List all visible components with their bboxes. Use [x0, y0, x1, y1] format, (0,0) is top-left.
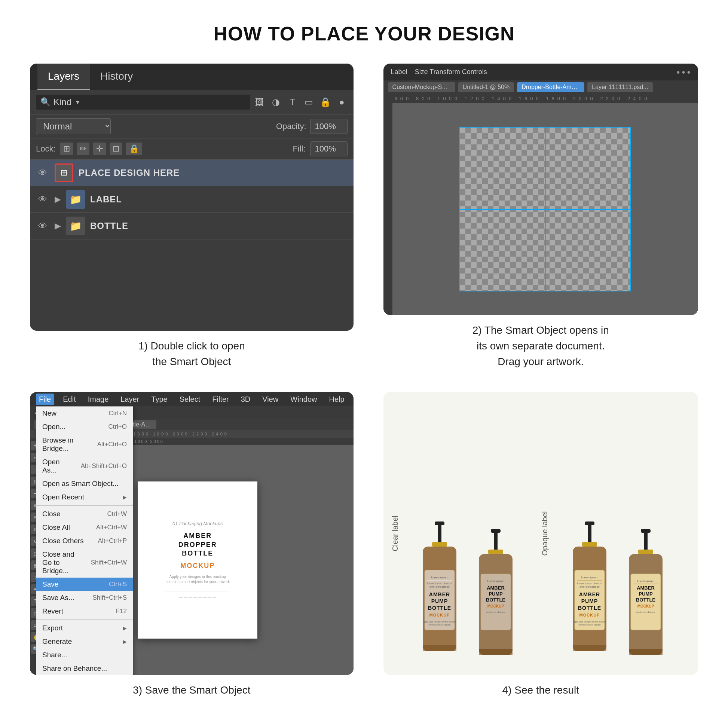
layer-name-bottle: BOTTLE [90, 221, 128, 231]
eye-icon-label[interactable]: 👁 [36, 193, 49, 206]
blend-mode-select[interactable]: Normal [36, 118, 111, 134]
menu-share-behance[interactable]: Share on Behance... [36, 662, 133, 675]
bottle-svg-clear-2: Lorem ipsum AMBER PUMP BOTTLE MOCKUP App… [471, 529, 520, 664]
ps-layers-panel: Layers History 🔍 Kind ▾ 🖼 ◑ T ▭ [30, 64, 353, 331]
menu-file[interactable]: File [36, 393, 54, 405]
brand-amber: AMBER [183, 532, 212, 540]
tab-history[interactable]: History [90, 64, 143, 90]
svg-rect-30 [582, 542, 597, 546]
menu-save-as[interactable]: Save As...Shift+Ctrl+S [36, 591, 133, 604]
svg-text:Lorem ipsum dolor sit: Lorem ipsum dolor sit [577, 582, 602, 585]
menu-close[interactable]: CloseCtrl+W [36, 507, 133, 521]
svg-text:Lorem ipsum: Lorem ipsum [487, 580, 505, 583]
menu-open-recent[interactable]: Open Recent▶ [36, 491, 133, 504]
menu-browse-bridge[interactable]: Browse in Bridge...Alt+Ctrl+O [36, 434, 133, 455]
menu-help[interactable]: Help [326, 393, 347, 405]
layer-place-design[interactable]: 👁 ⊞ PLACE DESIGN HERE [30, 160, 353, 186]
layer-expand-bottle[interactable]: ▶ [55, 221, 61, 231]
menu-open-smart[interactable]: Open as Smart Object... [36, 477, 133, 491]
result-panel: Clear label [384, 392, 698, 675]
menu-close-bridge[interactable]: Close and Go to Bridge...Shift+Ctrl+W [36, 548, 133, 578]
menu-generate[interactable]: Generate▶ [36, 635, 133, 648]
kind-label: Kind [54, 97, 72, 107]
menu-view[interactable]: View [259, 393, 281, 405]
svg-rect-34 [577, 580, 602, 581]
bottle-opaque-2: Lorem ipsum AMBER PUMP BOTTLE MOCKUP App… [621, 529, 670, 664]
lock-artboard-icon[interactable]: ⊡ [110, 142, 122, 155]
ruler-numbers-top: 600 800 1000 1200 1400 1600 1800 2000 22… [395, 96, 650, 101]
opacity-label: Opacity: [276, 122, 306, 131]
svg-text:MOCKUP: MOCKUP [429, 613, 450, 617]
lock-image-icon[interactable]: ✏ [77, 142, 89, 155]
layer-label[interactable]: 👁 ▶ 📁 LABEL [30, 186, 353, 213]
opaque-label-text: Opaque label [541, 511, 549, 556]
menu-close-others[interactable]: Close OthersAlt+Ctrl+P [36, 534, 133, 548]
svg-text:contains smart objects: contains smart objects [428, 624, 451, 626]
menu-image[interactable]: Image [85, 393, 112, 405]
eye-icon-place-design[interactable]: 👁 [36, 166, 49, 180]
svg-text:Lorem ipsum dolor sit: Lorem ipsum dolor sit [427, 582, 452, 585]
svg-rect-16 [491, 529, 500, 533]
ps-document-preview: 01 Packaging Mockups AMBER DROPPER BOTTL… [138, 482, 257, 639]
lock-position-icon[interactable]: ✛ [93, 142, 106, 155]
text-filter-icon[interactable]: T [287, 97, 298, 107]
step3-cell: File Edit Image Layer Type Select Filter… [30, 392, 353, 698]
svg-text:AMBER: AMBER [579, 592, 600, 598]
canvas-tab-1[interactable]: Custom-Mockup-Square.psd [388, 82, 455, 92]
menu-open-as[interactable]: Open As...Alt+Shift+Ctrl+O [36, 455, 133, 477]
layer-bottle[interactable]: 👁 ▶ 📁 BOTTLE [30, 213, 353, 239]
menu-close-all[interactable]: Close AllAlt+Ctrl+W [36, 521, 133, 534]
canvas-tab-4[interactable]: Layer 1111111.psd... [587, 82, 652, 92]
clear-bottles: Lorem ipsum Lorem ipsum dolor sit amet c… [411, 403, 520, 664]
canvas-workspace [384, 103, 698, 315]
bottle-clear-2: Lorem ipsum AMBER PUMP BOTTLE MOCKUP App… [471, 529, 520, 664]
smart-filter-icon[interactable]: 🔒 [320, 97, 331, 107]
menu-revert[interactable]: RevertF12 [36, 604, 133, 618]
step1-caption: 1) Double click to openthe Smart Object [138, 338, 245, 370]
menu-window[interactable]: Window [287, 393, 320, 405]
menu-select[interactable]: Select [177, 393, 203, 405]
ps-doc-brand-name1: AMBER DROPPER BOTTLE [165, 532, 230, 558]
fill-input[interactable] [310, 141, 347, 156]
svg-rect-27 [479, 649, 512, 655]
menu-export[interactable]: Export▶ [36, 621, 133, 635]
menu-save[interactable]: SaveCtrl+S [36, 578, 133, 591]
layer-expand-label[interactable]: ▶ [55, 194, 61, 204]
svg-text:BOTTLE: BOTTLE [486, 597, 505, 603]
blend-row: Normal Opacity: [30, 115, 353, 138]
menu-3d[interactable]: 3D [238, 393, 254, 405]
menu-share[interactable]: Share... [36, 648, 133, 662]
menu-type[interactable]: Type [148, 393, 170, 405]
menu-new[interactable]: NewCtrl+N [36, 407, 133, 420]
svg-text:Apply your designs: Apply your designs [636, 611, 655, 613]
opaque-bottles: Lorem ipsum Lorem ipsum dolor sit amet c… [561, 403, 670, 664]
ps-canvas-panel: Label Size Transform Controls ● ● ● Cust… [384, 64, 698, 315]
layer-name-place-design: PLACE DESIGN HERE [78, 168, 180, 178]
canvas-tab-3[interactable]: Dropper-Bottle-Amber... [517, 82, 584, 92]
menu-open[interactable]: Open...Ctrl+O [36, 420, 133, 434]
image-filter-icon[interactable]: 🖼 [254, 97, 265, 107]
svg-text:AMBER: AMBER [637, 585, 655, 591]
layer-thumb-label: 📁 [66, 190, 85, 209]
menu-edit[interactable]: Edit [60, 393, 78, 405]
ps-file-menu-panel: File Edit Image Layer Type Select Filter… [30, 392, 353, 675]
canvas-tab-2[interactable]: Untitled-1 @ 50% [458, 82, 514, 92]
lock-transparent-icon[interactable]: ⊞ [60, 142, 73, 155]
svg-text:Apply your designs in this moc: Apply your designs in this mockup [423, 621, 457, 623]
tab-layers[interactable]: Layers [37, 64, 90, 90]
bottle-svg-opaque-1: Lorem ipsum Lorem ipsum dolor sit amet c… [561, 522, 618, 664]
ps-search-bar[interactable]: 🔍 Kind ▾ [36, 95, 250, 110]
svg-rect-18 [488, 549, 503, 554]
opacity-input[interactable] [310, 119, 347, 134]
svg-rect-2 [432, 542, 447, 546]
menu-layer[interactable]: Layer [118, 393, 142, 405]
effect-filter-icon[interactable]: ● [336, 97, 347, 107]
eye-icon-bottle[interactable]: 👁 [36, 219, 49, 233]
sep1 [36, 505, 133, 506]
menu-filter[interactable]: Filter [209, 393, 232, 405]
shape-filter-icon[interactable]: ▭ [303, 97, 315, 107]
svg-text:PUMP: PUMP [581, 598, 598, 604]
adjustment-filter-icon[interactable]: ◑ [271, 97, 282, 107]
svg-text:MOCKUP: MOCKUP [637, 604, 654, 608]
lock-all-icon[interactable]: 🔒 [126, 142, 142, 155]
